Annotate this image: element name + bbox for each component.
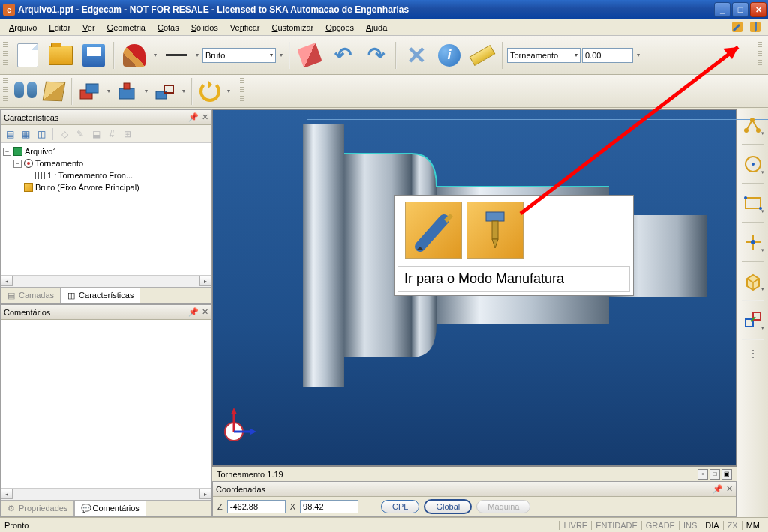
feature-op2-dropdown[interactable]: ▾	[142, 88, 150, 94]
ftool-7[interactable]: #	[105, 127, 118, 141]
global-button[interactable]: Global	[424, 499, 472, 514]
tree-toggle-root[interactable]: −	[3, 148, 11, 156]
tab-comments[interactable]: 💬 Comentários	[74, 501, 146, 516]
tree-toggle-1[interactable]: −	[14, 160, 22, 168]
ftool-3[interactable]: ◫	[34, 127, 48, 141]
open-button[interactable]	[45, 40, 76, 71]
menu-ajuda[interactable]: Ajuda	[360, 22, 393, 34]
ftool-1[interactable]: ▤	[3, 127, 16, 141]
minimize-button[interactable]: _	[714, 2, 730, 17]
cpl-button[interactable]: CPL	[381, 500, 419, 513]
design-mode-large-icon[interactable]	[405, 202, 462, 259]
toolbar2-grip[interactable]	[3, 78, 8, 105]
status-livre[interactable]: LIVRE	[559, 521, 591, 530]
measure-button[interactable]	[466, 40, 498, 71]
close-panel-icon-2[interactable]: ✕	[202, 307, 208, 317]
undo-button[interactable]: ↶	[327, 40, 358, 71]
close-panel-icon-3[interactable]: ✕	[726, 484, 733, 494]
layer-dropdown-ext[interactable]: ▾	[278, 52, 285, 58]
viewport-tab-label[interactable]: Torneamento 1.19	[217, 470, 698, 479]
rt-more-button[interactable]: ⋮	[740, 346, 766, 361]
machine-button[interactable]: Máquina	[476, 500, 530, 513]
feature-op3-dropdown[interactable]: ▾	[180, 88, 188, 94]
value-dropdown[interactable]: ▾	[634, 52, 642, 58]
rt-box-button[interactable]: ▾	[740, 268, 766, 294]
solid-feature-button[interactable]	[40, 78, 68, 105]
linetype-dropdown[interactable]: ▾	[194, 52, 201, 58]
ftool-8[interactable]: ⊞	[121, 127, 134, 141]
comments-body[interactable]	[1, 320, 212, 488]
view-btn-2[interactable]: □	[710, 469, 720, 480]
rt-circle-button[interactable]: ▾	[740, 151, 766, 177]
feature-op2-button[interactable]	[114, 78, 141, 105]
svg-point-25	[744, 196, 747, 199]
new-button[interactable]	[12, 40, 44, 71]
menu-customizar[interactable]: Customizar	[266, 22, 320, 34]
features-tree[interactable]: − Arquivo1 − Torneamento 1 : Torneamento…	[1, 143, 212, 275]
rt-rect-button[interactable]: ▾	[740, 190, 766, 216]
mode-combo-value: Torneamento	[510, 51, 558, 60]
menu-ver[interactable]: Ver	[76, 22, 101, 34]
menu-geometria[interactable]: Geometria	[101, 22, 152, 34]
linetype-button[interactable]	[160, 40, 192, 71]
delete-button[interactable]: ✕	[400, 40, 432, 71]
toolbar2-grip2[interactable]	[240, 78, 244, 105]
feature-op1-dropdown[interactable]: ▾	[105, 88, 112, 94]
redo-button[interactable]: ↷	[360, 40, 392, 71]
layer-combo[interactable]: Bruto▾	[202, 48, 276, 63]
rt-sketch-button[interactable]: ▾	[740, 112, 766, 138]
pin-icon-3[interactable]: 📌	[712, 484, 723, 494]
menu-editar[interactable]: Editar	[43, 22, 76, 34]
maximize-button[interactable]: □	[732, 2, 748, 17]
toolbar-grip-end[interactable]	[758, 42, 762, 69]
z-input[interactable]	[227, 500, 286, 513]
feature-op1-button[interactable]	[76, 78, 104, 105]
manufacture-mode-icon[interactable]	[748, 20, 764, 35]
ftool-4[interactable]: ◇	[58, 127, 71, 141]
status-dia[interactable]: DIA	[700, 521, 722, 530]
manufacture-mode-large-icon[interactable]	[466, 202, 524, 259]
tab-properties[interactable]: ⚙ Propriedades	[1, 501, 74, 516]
pin-icon-2[interactable]: 📌	[188, 307, 199, 317]
feature-op3-button[interactable]	[152, 78, 178, 105]
comments-hscroll[interactable]: ◂▸	[1, 488, 212, 500]
info-button[interactable]: i	[434, 40, 465, 71]
layer-combo-value: Bruto	[206, 51, 225, 60]
color-dropdown[interactable]: ▾	[152, 52, 159, 58]
tab-features[interactable]: ◫ Características	[61, 288, 140, 303]
tab-layers[interactable]: ▤ Camadas	[1, 288, 61, 303]
eraser-button[interactable]	[294, 40, 326, 71]
menu-opcoes[interactable]: Opções	[320, 22, 360, 34]
status-zx[interactable]: ZX	[723, 521, 742, 530]
features-hscroll[interactable]: ◂▸	[1, 275, 212, 287]
status-ins[interactable]: INS	[679, 521, 700, 530]
menu-solidos[interactable]: Sólidos	[185, 22, 224, 34]
menu-verificar[interactable]: Verificar	[224, 22, 266, 34]
rt-transform-button[interactable]: ▾	[740, 307, 766, 333]
design-mode-icon[interactable]	[730, 20, 746, 35]
pin-icon[interactable]: 📌	[188, 112, 199, 122]
menu-cotas[interactable]: Cotas	[152, 22, 185, 34]
close-button[interactable]: ✕	[750, 2, 766, 17]
ftool-2[interactable]: ▦	[19, 127, 32, 141]
view-btn-3[interactable]: ▣	[722, 469, 732, 480]
refresh-dropdown[interactable]: ▾	[225, 88, 232, 94]
toolbar-grip[interactable]	[3, 42, 8, 69]
view-btn-1[interactable]: ▫	[698, 469, 708, 480]
mode-combo[interactable]: Torneamento▾	[507, 48, 580, 63]
status-grade[interactable]: GRADE	[641, 521, 679, 530]
color-button[interactable]	[118, 40, 150, 71]
value-input[interactable]: 0.00	[582, 48, 633, 63]
ftool-6[interactable]: ⬓	[89, 127, 103, 141]
find-feature-button[interactable]	[12, 78, 39, 105]
save-button[interactable]	[78, 40, 110, 71]
menu-arquivo[interactable]: Arquivo	[3, 22, 43, 34]
svg-marker-16	[231, 408, 237, 414]
x-input[interactable]	[300, 500, 358, 513]
close-panel-icon[interactable]: ✕	[202, 112, 208, 122]
ftool-5[interactable]: ✎	[74, 127, 87, 141]
status-entidade[interactable]: ENTIDADE	[591, 521, 641, 530]
rt-point-button[interactable]: ▾	[740, 229, 766, 255]
refresh-button[interactable]	[196, 78, 224, 105]
status-mm[interactable]: MM	[742, 521, 764, 530]
